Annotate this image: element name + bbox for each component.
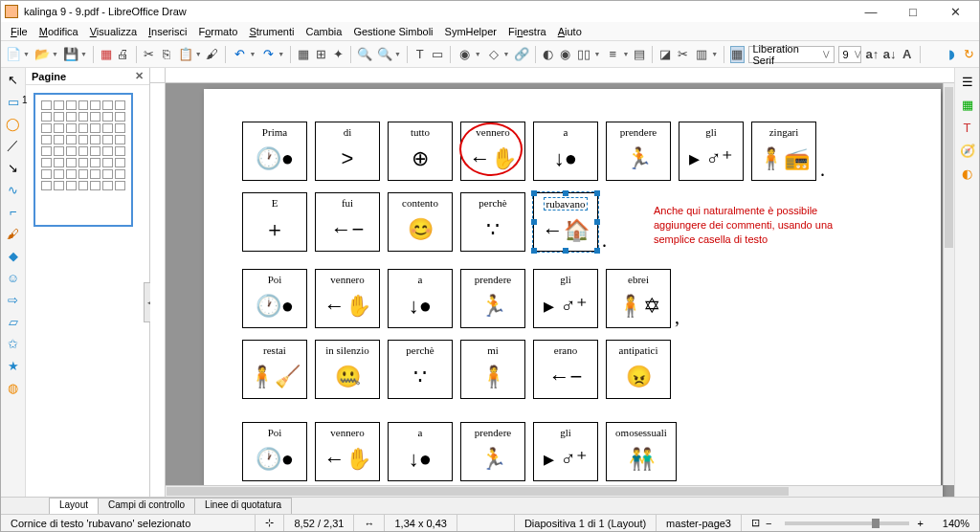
increase-font-button[interactable]: a↑: [865, 46, 879, 63]
symbol-cell[interactable]: a↓●: [388, 269, 453, 328]
symbol-cell[interactable]: vennero←✋: [315, 422, 380, 481]
symbol-cell[interactable]: omosessuali👬: [606, 422, 677, 481]
align-button[interactable]: ≡▼: [604, 46, 629, 63]
vertical-scrollbar[interactable]: [943, 83, 954, 485]
cut-button[interactable]: ✂: [143, 46, 156, 63]
extrusion-button[interactable]: ◗: [945, 46, 958, 63]
horizontal-scrollbar[interactable]: [166, 485, 943, 497]
menu-strumenti[interactable]: Strumenti: [243, 24, 300, 39]
styles-panel-button[interactable]: ▦: [960, 97, 975, 112]
transform2-button[interactable]: ◉: [558, 46, 571, 63]
new-button[interactable]: 📄▼: [5, 46, 30, 63]
symbol-cell[interactable]: tutto⊕: [388, 122, 453, 181]
snap-button[interactable]: ⊞: [314, 46, 327, 63]
symbol-cell[interactable]: prendere🏃: [460, 422, 525, 481]
redo-button[interactable]: ↷▼: [259, 46, 284, 63]
reload-button[interactable]: ↻: [962, 46, 975, 63]
zoom-slider[interactable]: [785, 521, 909, 525]
gallery-panel-button[interactable]: T: [960, 120, 975, 135]
close-panel-button[interactable]: ✕: [135, 70, 144, 82]
shapes-tool[interactable]: ◆: [6, 248, 21, 263]
page-thumbnail[interactable]: [33, 93, 133, 227]
guides-button[interactable]: ✦: [331, 46, 345, 63]
symbol-cell[interactable]: a↓●: [388, 422, 453, 481]
symbol-cell[interactable]: Prima🕐●: [242, 122, 307, 181]
paste-button[interactable]: 📋▼: [177, 46, 202, 63]
copy-button[interactable]: ⎘: [160, 46, 173, 63]
symbol-cell[interactable]: vennero←✋: [460, 122, 525, 181]
save-button[interactable]: 💾▼: [62, 46, 87, 63]
close-button[interactable]: ✕: [941, 5, 969, 19]
symbol-cell[interactable]: gli▸ ♂⁺: [679, 122, 744, 181]
export-pdf-button[interactable]: ▦: [100, 46, 113, 63]
hyperlink-button[interactable]: 🔗: [514, 46, 529, 63]
menu-file[interactable]: File: [5, 24, 33, 39]
symbol-cell[interactable]: prendere🏃: [606, 122, 671, 181]
bold-button[interactable]: A: [901, 46, 914, 63]
symbol-cell[interactable]: zingari🧍📻: [751, 122, 816, 181]
connector-tool[interactable]: ⌐: [6, 204, 21, 219]
maximize-button[interactable]: □: [899, 5, 927, 19]
distribute-button[interactable]: ▤: [633, 46, 646, 63]
undo-button[interactable]: ↶▼: [231, 46, 256, 63]
status-zoom[interactable]: 140%: [933, 515, 979, 531]
arrow-tool[interactable]: ↘: [6, 160, 21, 175]
menu-cambia[interactable]: Cambia: [300, 24, 347, 39]
grid-button[interactable]: ▦: [297, 46, 310, 63]
symbol-cell[interactable]: erano←−: [533, 340, 598, 399]
ellipse-tool[interactable]: ◯: [6, 116, 21, 131]
zoom-button[interactable]: 🔍: [357, 46, 372, 63]
shapes-panel-button[interactable]: ◐: [960, 166, 975, 181]
symbol-cell[interactable]: in silenzio🤐: [315, 340, 380, 399]
symbol-cell[interactable]: perchè∵: [460, 192, 525, 252]
symbol-cell[interactable]: perchè∵: [388, 340, 453, 399]
callout-tool[interactable]: ✩: [6, 336, 21, 351]
grid-snap-button[interactable]: ▦: [730, 46, 745, 63]
minimize-button[interactable]: —: [857, 5, 885, 19]
symbol-cell[interactable]: Poi🕐●: [242, 422, 307, 481]
decrease-font-button[interactable]: a↓: [883, 46, 897, 63]
clone-format-button[interactable]: 🖌: [206, 46, 219, 63]
filter-button[interactable]: ▥▼: [693, 46, 718, 63]
symbol-shapes-tool[interactable]: ☺: [6, 270, 21, 285]
curve-tool[interactable]: ∿: [6, 182, 21, 197]
symbol-cell[interactable]: gli▸ ♂⁺: [533, 422, 598, 481]
symbol-cell[interactable]: contento😊: [388, 192, 453, 252]
symbol-cell[interactable]: fui←−: [315, 192, 380, 252]
transform1-button[interactable]: ◐: [541, 46, 554, 63]
menu-aiuto[interactable]: Aiuto: [552, 24, 588, 39]
block-arrows-tool[interactable]: ⇨: [6, 292, 21, 307]
symbol-cell[interactable]: Poi🕐●: [242, 269, 307, 328]
crop-button[interactable]: ✂: [676, 46, 689, 63]
zoom-menu[interactable]: 🔍▼: [376, 46, 401, 63]
line-tool[interactable]: ／: [6, 138, 21, 153]
tab-controls[interactable]: Campi di controllo: [98, 498, 195, 514]
symbol-cell[interactable]: restai🧍🧹: [242, 340, 307, 399]
menu-formato[interactable]: Formato: [192, 24, 243, 39]
symbol-cell[interactable]: vennero←✋: [315, 269, 380, 328]
tab-layout[interactable]: Layout: [49, 498, 99, 514]
shadow-button[interactable]: ◪: [658, 46, 672, 63]
brush-tool[interactable]: 🖌: [6, 226, 21, 241]
3d-tool[interactable]: ◍: [6, 380, 21, 395]
drawing-page[interactable]: Prima🕐●di>tutto⊕vennero←✋a↓●prendere🏃gli…: [204, 89, 941, 497]
menu-gestione-simboli[interactable]: Gestione Simboli: [347, 24, 438, 39]
textbox-button[interactable]: T: [413, 46, 427, 63]
menu-modifica[interactable]: Modifica: [33, 24, 84, 39]
menu-finestra[interactable]: Finestra: [502, 24, 552, 39]
symbol-cell[interactable]: rubavano←🏠: [533, 192, 598, 252]
menu-inserisci[interactable]: Inserisci: [143, 24, 192, 39]
fontwork-button[interactable]: ◉▼: [457, 46, 481, 63]
symbol-cell[interactable]: ebrei🧍✡: [606, 269, 671, 328]
canvas[interactable]: Prima🕐●di>tutto⊕vennero←✋a↓●prendere🏃gli…: [166, 83, 954, 497]
navigator-panel-button[interactable]: 🧭: [960, 143, 975, 158]
symbol-button[interactable]: ◇▼: [485, 46, 510, 63]
symbol-cell[interactable]: gli▸ ♂⁺: [533, 269, 598, 328]
star-tool[interactable]: ★: [6, 358, 21, 373]
print-button[interactable]: 🖨: [117, 46, 130, 63]
symbol-cell[interactable]: di>: [315, 122, 380, 181]
font-name-combo[interactable]: Liberation Serif⋁: [748, 46, 835, 63]
textbox2-button[interactable]: ▭: [431, 46, 444, 63]
font-size-combo[interactable]: 9⋁: [838, 46, 862, 63]
symbol-cell[interactable]: antipatici😠: [606, 340, 671, 399]
